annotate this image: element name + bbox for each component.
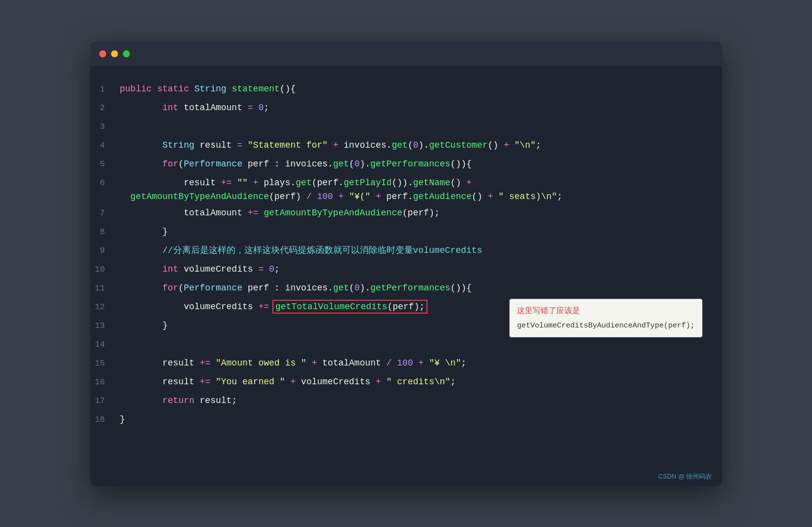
code-line-15: 15 result += "Amount owed is " + totalAm… — [90, 355, 722, 374]
watermark: CSDN @ 徐州码农 — [658, 472, 712, 481]
code-line-1: 1 public static String statement(){ — [90, 81, 722, 100]
line-content: int volumeCredits = 0; — [115, 262, 722, 277]
line-content: int totalAmount = 0; — [115, 101, 722, 115]
line-content: public static String statement(){ — [115, 82, 722, 96]
line-number: 15 — [90, 356, 115, 370]
line-content: totalAmount += getAmountByTypeAndAudienc… — [115, 206, 722, 220]
line-content: for(Performance perf : invoices.get(0).g… — [115, 281, 722, 295]
line-number: 5 — [90, 157, 115, 171]
titlebar — [90, 41, 722, 66]
code-line-17: 17 return result; — [90, 393, 722, 411]
code-line-2: 2 int totalAmount = 0; — [90, 100, 722, 119]
code-line-12: 12 volumeCredits += getTotalVolumeCredit… — [90, 299, 722, 318]
maximize-button[interactable] — [123, 50, 130, 57]
close-button[interactable] — [99, 50, 106, 57]
line-number: 9 — [90, 243, 115, 257]
code-line-6: 6 result += "" + plays.get(perf.getPlayI… — [90, 175, 722, 205]
code-line-11: 11 for(Performance perf : invoices.get(0… — [90, 280, 722, 299]
line-number: 14 — [90, 337, 115, 351]
line-number: 11 — [90, 281, 115, 295]
tooltip: 这里写错了应该是 getVolumeCreditsByAudienceAndTy… — [509, 299, 702, 337]
line-number: 16 — [90, 375, 115, 389]
code-line-3: 3 — [90, 119, 722, 137]
line-content: result += "You earned " + volumeCredits … — [115, 375, 722, 389]
code-line-7: 7 totalAmount += getAmountByTypeAndAudie… — [90, 205, 722, 224]
line-number: 10 — [90, 262, 115, 276]
line-number: 12 — [90, 300, 115, 314]
line-number: 3 — [90, 120, 115, 133]
code-line-10: 10 int volumeCredits = 0; — [90, 261, 722, 280]
line-number: 6 — [90, 176, 115, 190]
line-content: String result = "Statement for" + invoic… — [115, 138, 722, 153]
line-number: 1 — [90, 82, 115, 96]
code-line-9: 9 //分离后是这样的，这样这块代码提炼函数就可以消除临时变量volumeCre… — [90, 243, 722, 261]
code-line-5: 5 for(Performance perf : invoices.get(0)… — [90, 156, 722, 175]
code-line-16: 16 result += "You earned " + volumeCredi… — [90, 374, 722, 393]
code-line-14: 14 — [90, 336, 722, 355]
line-number: 2 — [90, 101, 115, 115]
line-content: result += "" + plays.get(perf.getPlayId(… — [115, 176, 722, 204]
line-number: 13 — [90, 319, 115, 332]
line-content: return result; — [115, 394, 722, 408]
line-content — [115, 120, 722, 134]
code-line-8: 8 } — [90, 224, 722, 243]
line-content: //分离后是这样的，这样这块代码提炼函数就可以消除临时变量volumeCredi… — [115, 243, 722, 258]
line-number: 17 — [90, 394, 115, 407]
tooltip-code: getVolumeCreditsByAudienceAndType(perf); — [517, 320, 695, 332]
code-line-18: 18 } — [90, 411, 722, 430]
line-content: result += "Amount owed is " + totalAmoun… — [115, 356, 722, 370]
code-window: 1 public static String statement(){ 2 in… — [90, 41, 722, 486]
tooltip-title: 这里写错了应该是 — [517, 304, 695, 317]
line-content: } — [115, 412, 722, 427]
line-number: 8 — [90, 225, 115, 239]
line-number: 4 — [90, 138, 115, 152]
line-content: } — [115, 225, 722, 239]
code-area: 1 public static String statement(){ 2 in… — [90, 66, 722, 446]
line-content — [115, 337, 722, 352]
code-line-4: 4 String result = "Statement for" + invo… — [90, 137, 722, 156]
minimize-button[interactable] — [111, 50, 118, 57]
line-number: 7 — [90, 206, 115, 220]
line-content: for(Performance perf : invoices.get(0).g… — [115, 157, 722, 171]
line-number: 18 — [90, 412, 115, 426]
